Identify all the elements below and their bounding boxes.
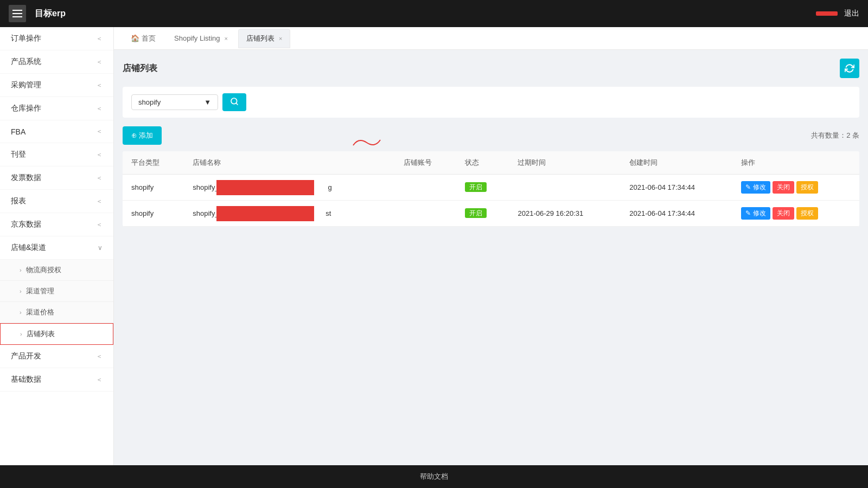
hamburger-button[interactable]	[9, 5, 26, 22]
sidebar-item-jd[interactable]: 京东数据 ＜	[0, 213, 113, 236]
auth-button-2[interactable]: 授权	[796, 207, 818, 220]
cell-platform-1: shopify	[123, 175, 184, 201]
sidebar-label-listing: 刊登	[11, 150, 26, 159]
status-badge-1: 开启	[465, 182, 487, 192]
toolbar-row: ⊕ 添加 共有数量：2 条	[123, 126, 859, 145]
shop-name-end-2: st	[326, 209, 331, 217]
chevron-icon-invoice: ＜	[96, 174, 103, 183]
tab-shopify-listing-close[interactable]: ×	[225, 35, 228, 42]
user-badge	[816, 11, 838, 16]
cell-expire-1	[509, 175, 621, 201]
col-create: 创建时间	[621, 151, 732, 175]
sidebar-item-report[interactable]: 报表 ＜	[0, 190, 113, 213]
cell-name-1: shopify_d g	[184, 175, 395, 201]
search-button[interactable]	[222, 93, 246, 111]
footer-label[interactable]: 帮助文档	[420, 472, 448, 480]
sidebar-item-listing[interactable]: 刊登 ＜	[0, 143, 113, 166]
sidebar-item-warehouse[interactable]: 仓库操作 ＜	[0, 97, 113, 120]
sidebar-label-purchase: 采购管理	[11, 80, 41, 90]
sidebar-subitem-label-channel-price: 渠道价格	[26, 307, 54, 317]
app-header: 目标erp 退出	[0, 0, 868, 27]
dropdown-arrow-icon: ▼	[204, 98, 211, 106]
home-icon: 🏠	[131, 34, 139, 42]
sidebar-item-orders[interactable]: 订单操作 ＜	[0, 27, 113, 50]
sidebar-subitem-logistics[interactable]: › 物流商授权	[0, 260, 113, 281]
table-wrapper: 平台类型 店铺名称 店铺账号 状态 过期时间 创建时间 操作 shopify	[123, 151, 859, 227]
cell-expire-2: 2021-06-29 16:20:31	[509, 201, 621, 227]
sidebar-item-product-dev[interactable]: 产品开发 ＜	[0, 345, 113, 368]
shop-name-end-1: g	[328, 183, 332, 191]
chevron-icon-basic-data: ＜	[96, 375, 103, 384]
chevron-icon-jd: ＜	[96, 220, 103, 229]
sidebar-subitem-channel-price[interactable]: › 渠道价格	[0, 302, 113, 323]
sidebar: 订单操作 ＜ 产品系统 ＜ 采购管理 ＜ 仓库操作 ＜ FBA ＜ 刊登 ＜ 发…	[0, 27, 114, 465]
sidebar-subitem-label-store-list: 店铺列表	[27, 329, 55, 339]
cell-status-2: 开启	[456, 201, 509, 227]
close-button-2[interactable]: 关闭	[773, 207, 794, 220]
cell-name-2: shopify_i st	[184, 201, 395, 227]
sidebar-label-fba: FBA	[11, 127, 25, 136]
tab-home[interactable]: 🏠 首页	[123, 29, 164, 48]
page-title: 店铺列表	[123, 63, 157, 74]
col-platform: 平台类型	[123, 151, 184, 175]
sidebar-subitem-channel[interactable]: › 渠道管理	[0, 281, 113, 302]
chevron-icon-product-dev: ＜	[96, 352, 103, 361]
sidebar-item-purchase[interactable]: 采购管理 ＜	[0, 74, 113, 97]
sub-arrow-store-list: ›	[20, 331, 22, 337]
logout-button[interactable]: 退出	[844, 9, 859, 18]
close-button-1[interactable]: 关闭	[773, 181, 794, 194]
sidebar-item-products[interactable]: 产品系统 ＜	[0, 50, 113, 74]
chevron-icon-listing: ＜	[96, 150, 103, 159]
sidebar-label-product-dev: 产品开发	[11, 351, 41, 361]
sub-arrow-channel-price: ›	[20, 309, 22, 316]
page-header: 店铺列表	[123, 59, 859, 78]
page-content: 店铺列表 shopify ▼	[114, 50, 868, 465]
col-shop-name: 店铺名称	[184, 151, 395, 175]
main-layout: 订单操作 ＜ 产品系统 ＜ 采购管理 ＜ 仓库操作 ＜ FBA ＜ 刊登 ＜ 发…	[0, 27, 868, 465]
header-right: 退出	[816, 9, 859, 18]
edit-button-2[interactable]: ✎ 修改	[741, 207, 770, 220]
app-title: 目标erp	[35, 8, 66, 20]
hamburger-line-1	[12, 10, 22, 11]
chevron-icon-store-channel: ∨	[98, 244, 103, 252]
tab-store-list[interactable]: 店铺列表 ×	[238, 29, 290, 48]
store-table: 平台类型 店铺名称 店铺账号 状态 过期时间 创建时间 操作 shopify	[123, 151, 859, 227]
tab-store-list-close[interactable]: ×	[279, 35, 282, 42]
sidebar-item-fba[interactable]: FBA ＜	[0, 120, 113, 143]
hamburger-line-2	[12, 13, 22, 14]
cell-create-2: 2021-06-04 17:34:44	[621, 201, 732, 227]
sidebar-item-basic-data[interactable]: 基础数据 ＜	[0, 368, 113, 391]
chevron-icon-report: ＜	[96, 197, 103, 206]
cell-account-1	[395, 175, 456, 201]
content-area: 🏠 首页 Shopify Listing × 店铺列表 × 店铺列表	[114, 27, 868, 465]
sidebar-item-invoice[interactable]: 发票数据 ＜	[0, 166, 113, 190]
tab-home-label: 首页	[142, 34, 156, 43]
tab-shopify-listing[interactable]: Shopify Listing ×	[166, 29, 236, 47]
tab-store-list-label: 店铺列表	[246, 34, 275, 43]
cell-create-1: 2021-06-04 17:34:44	[621, 175, 732, 201]
table-body: shopify shopify_d g 开启 2021-06-	[123, 175, 859, 227]
platform-select-value: shopify	[138, 98, 161, 106]
sidebar-submenu-store: › 物流商授权 › 渠道管理 › 渠道价格 › 店铺列表	[0, 260, 113, 345]
platform-select[interactable]: shopify ▼	[131, 94, 218, 110]
filter-row: shopify ▼	[123, 87, 859, 118]
col-expire: 过期时间	[509, 151, 621, 175]
sidebar-subitem-store-list[interactable]: › 店铺列表	[0, 323, 113, 345]
sub-arrow-channel: ›	[20, 288, 22, 294]
table-row: shopify shopify_i st 开启 2021-06-29 16:20…	[123, 201, 859, 227]
auth-button-1[interactable]: 授权	[796, 181, 818, 194]
sidebar-label-report: 报表	[11, 196, 26, 206]
cell-action-2: ✎ 修改 关闭 授权	[732, 201, 859, 227]
sidebar-item-store-channel[interactable]: 店铺&渠道 ∨	[0, 236, 113, 260]
status-badge-2: 开启	[465, 208, 487, 218]
total-count: 共有数量：2 条	[811, 131, 859, 140]
add-button[interactable]: ⊕ 添加	[123, 126, 162, 145]
edit-button-1[interactable]: ✎ 修改	[741, 181, 770, 194]
search-icon	[230, 97, 239, 106]
sidebar-label-store-channel: 店铺&渠道	[11, 243, 46, 253]
cell-action-1: ✎ 修改 关闭 授权	[732, 175, 859, 201]
refresh-button[interactable]	[840, 59, 859, 78]
chevron-icon-products: ＜	[96, 57, 103, 67]
cell-account-2	[395, 201, 456, 227]
cell-platform-2: shopify	[123, 201, 184, 227]
